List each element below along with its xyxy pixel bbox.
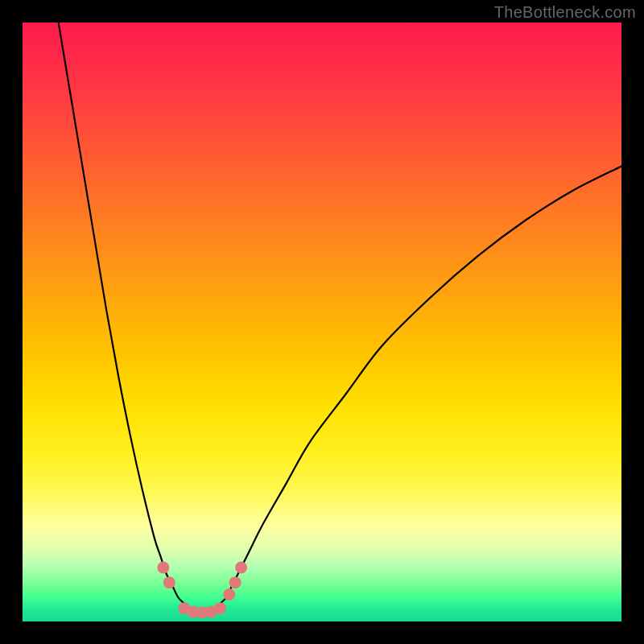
plot-area [23,23,621,621]
data-marker [214,602,226,614]
curve-group [59,23,621,613]
data-marker [235,562,247,574]
data-marker [157,562,169,574]
data-marker [229,576,242,588]
chart-frame: TheBottleneck.com [0,0,644,644]
data-marker [163,576,175,588]
watermark-text: TheBottleneck.com [494,3,636,22]
data-marker [223,588,235,601]
bottleneck-curve [59,23,621,613]
marker-group [157,562,247,619]
chart-svg [23,23,621,621]
